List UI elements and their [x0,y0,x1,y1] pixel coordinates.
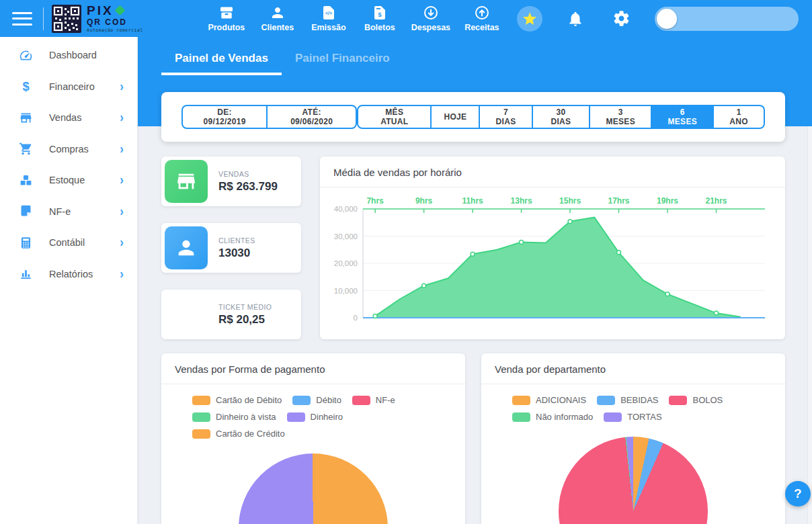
nav-item-receitas[interactable]: Receitas [460,5,503,32]
legend-item[interactable]: BOLOS [669,395,723,405]
legend-item[interactable]: Não informado [512,412,593,422]
svg-text:9hrs: 9hrs [415,196,433,206]
period-button-7-dias[interactable]: 7 DIAS [480,105,532,129]
menu-hamburger-icon[interactable] [12,11,32,27]
payment-methods-card: Vendas por Forma de pagamento Cartão de … [161,353,465,524]
top-navigation: Produtos Clientes </> Emissão $ Boletos [205,5,503,32]
sidebar-item-label: Compras [49,144,89,155]
stat-label: TICKET MÉDIO [218,303,272,311]
sidebar-item-dashboard[interactable]: Dashboard [0,40,137,71]
departments-card: Venda por departamento ADICIONAISBEBIDAS… [481,353,785,524]
filter-bar: DE: 09/12/2019 ATÉ: 09/06/2020 MÊS ATUAL… [161,92,785,142]
gauge-icon [17,48,34,62]
qr-code-icon [52,5,81,33]
chart-title: Média de vendas por horário [320,157,785,187]
sidebar-item-relatorios[interactable]: Relatórios › [0,259,137,290]
header-divider [43,7,44,30]
legend-label: Dinheiro à vista [216,412,276,422]
storefront-icon [17,111,34,125]
svg-text:40,000: 40,000 [334,205,358,213]
legend-swatch [192,412,210,422]
tab-painel-financeiro[interactable]: Painel Financeiro [282,48,403,75]
legend-label: Cartão de Débito [216,395,282,405]
nav-item-emissao[interactable]: </> Emissão [307,5,350,32]
favorites-button[interactable] [517,6,542,32]
period-button-m-s-atual[interactable]: MÊS ATUAL [357,105,432,129]
legend-item[interactable]: NF-e [352,395,395,405]
code-document-icon: </> [321,5,337,21]
settings-button[interactable] [608,9,635,28]
legend-swatch [352,396,370,405]
sidebar-item-vendas[interactable]: Vendas › [0,102,137,134]
nav-item-boletos[interactable]: $ Boletos [358,5,401,32]
legend-item[interactable]: TORTAS [604,412,661,422]
legend-label: Dinheiro [311,412,343,422]
period-button-3-meses[interactable]: 3 MESES [590,105,652,129]
notifications-button[interactable] [563,9,588,28]
date-from-button[interactable]: DE: 09/12/2019 [181,105,268,129]
help-button[interactable]: ? [785,481,811,507]
legend-item[interactable]: Cartão de Débito [192,395,282,405]
period-button-6-meses[interactable]: 6 MESES [652,105,714,129]
date-to-button[interactable]: ATÉ: 09/06/2020 [268,105,357,129]
boxes-icon [17,173,34,187]
period-button-group: MÊS ATUALHOJE7 DIAS30 DIAS3 MESES6 MESES… [357,105,765,129]
svg-text:15hrs: 15hrs [559,196,581,206]
sidebar-item-compras[interactable]: Compras › [0,134,137,165]
date-range-group: DE: 09/12/2019 ATÉ: 09/06/2020 [181,105,357,129]
sidebar-item-nfe[interactable]: NF-e › [0,196,137,228]
sidebar-item-label: NF-e [49,206,71,217]
svg-text:13hrs: 13hrs [511,196,532,206]
stat-label: CLIENTES [218,236,255,245]
sidebar-item-label: Vendas [49,112,81,123]
svg-text:7hrs: 7hrs [366,196,384,206]
legend-item[interactable]: BEBIDAS [597,395,658,405]
sidebar: Dashboard $ Financeiro › Vendas › Compra… [0,37,138,524]
stat-value: 13030 [218,247,255,260]
person-icon [165,226,208,269]
nav-item-clientes[interactable]: Clientes [256,5,299,32]
legend-item[interactable]: Cartão de Crédito [192,429,285,439]
nav-item-produtos[interactable]: Produtos [205,5,248,32]
chevron-right-icon: › [120,266,124,281]
page-scrollbar[interactable] [807,126,812,524]
period-button-1-ano[interactable]: 1 ANO [714,105,765,129]
legend-label: Não informado [536,412,593,422]
payment-methods-pie-chart [239,453,388,524]
chevron-right-icon: › [120,235,124,251]
period-button-30-dias[interactable]: 30 DIAS [533,105,590,129]
sidebar-item-label: Estoque [49,175,85,185]
legend-label: Cartão de Crédito [216,429,285,439]
person-icon [270,5,286,21]
header-actions [517,6,801,32]
app-logo[interactable]: PIX QR COD Automação comercial [52,4,143,33]
nav-item-despesas[interactable]: Despesas [409,5,452,32]
stat-value: R$ 263.799 [218,180,278,193]
legend-label: BOLOS [692,395,723,405]
legend-item[interactable]: Dinheiro à vista [192,412,276,422]
svg-text:21hrs: 21hrs [705,196,727,206]
chevron-right-icon: › [120,173,124,188]
stat-card-ticket-medio: TICKET MÉDIO R$ 20,25 [161,290,301,339]
legend-swatch [669,396,687,405]
legend-label: NF-e [376,395,395,405]
header-toggle[interactable] [655,7,799,31]
sidebar-item-label: Contábil [49,237,85,248]
tab-painel-de-vendas[interactable]: Painel de Vendas [161,48,282,75]
svg-text:20,000: 20,000 [334,259,358,267]
legend-swatch [287,412,305,422]
svg-text:11hrs: 11hrs [462,196,483,206]
sidebar-item-financeiro[interactable]: $ Financeiro › [0,71,137,103]
svg-text:10,000: 10,000 [334,287,358,295]
sidebar-item-contabil[interactable]: Contábil › [0,227,137,259]
brand-subtitle: QR COD [87,18,143,26]
period-button-hoje[interactable]: HOJE [432,105,480,129]
sidebar-item-label: Financeiro [49,81,95,92]
svg-text:0: 0 [354,314,358,322]
legend-item[interactable]: Débito [292,395,341,405]
stat-card-vendas: VENDAS R$ 263.799 [161,157,301,206]
legend-item[interactable]: ADICIONAIS [512,395,586,405]
sidebar-item-estoque[interactable]: Estoque › [0,165,137,196]
chart-legend: Cartão de DébitoDébitoNF-eDinheiro à vis… [161,384,465,445]
legend-item[interactable]: Dinheiro [287,412,343,422]
